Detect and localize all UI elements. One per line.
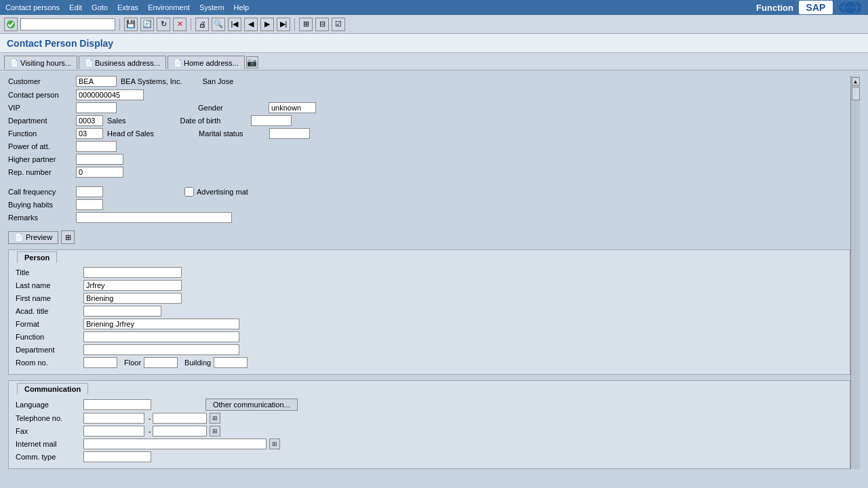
preview-button[interactable]: 📄 Preview xyxy=(8,231,58,244)
menu-environment[interactable]: Environment xyxy=(148,3,190,12)
customer-name: BEA Systems, Inc. xyxy=(121,77,182,85)
person-title-row: Title xyxy=(16,267,843,278)
person-acad-title-label: Acad. title xyxy=(16,307,83,315)
nav-last-btn[interactable]: ▶| xyxy=(277,18,290,31)
rep-number-input[interactable] xyxy=(76,167,123,178)
person-department-input[interactable] xyxy=(83,344,239,355)
refresh-btn[interactable]: 🔄 xyxy=(140,18,154,31)
customer-id-input[interactable] xyxy=(76,76,117,87)
preview-row: 📄 Preview ⊞ xyxy=(8,230,850,244)
nav-first-btn[interactable]: |◀ xyxy=(228,18,241,31)
select-btn[interactable]: ☑ xyxy=(332,18,345,31)
person-title-input[interactable] xyxy=(83,267,182,278)
telephone-dash: - xyxy=(149,414,151,422)
remarks-input[interactable] xyxy=(76,212,232,223)
person-floor-input[interactable] xyxy=(144,357,178,368)
toolbar-separator-1 xyxy=(119,18,120,30)
power-of-att-input[interactable] xyxy=(76,141,117,152)
sap-globe-icon xyxy=(838,0,863,15)
stop-btn[interactable]: ✕ xyxy=(173,18,186,31)
person-department-row: Department xyxy=(16,344,843,355)
person-function-row: Function xyxy=(16,331,843,342)
date-of-birth-input[interactable] xyxy=(251,115,292,126)
person-lastname-input[interactable] xyxy=(83,280,182,291)
other-communication-btn[interactable]: Other communication... xyxy=(205,399,298,411)
language-input[interactable] xyxy=(83,399,151,410)
vip-gender-row: VIP Gender xyxy=(8,102,850,113)
buying-habits-input[interactable] xyxy=(76,199,103,210)
reload-btn[interactable]: ↻ xyxy=(157,18,170,31)
scroll-up-btn[interactable]: ▲ xyxy=(852,77,860,85)
person-building-input[interactable] xyxy=(214,357,248,368)
command-input[interactable] xyxy=(20,18,115,30)
call-frequency-input[interactable] xyxy=(76,186,103,197)
higher-partner-input[interactable] xyxy=(76,154,123,165)
advertising-mat-checkbox[interactable] xyxy=(184,187,194,197)
nav-next-btn[interactable]: ▶ xyxy=(260,18,274,31)
back-green-btn[interactable] xyxy=(4,18,18,31)
print-btn[interactable]: 🖨 xyxy=(195,18,209,31)
fax-arrow-btn[interactable]: ⊞ xyxy=(210,426,220,436)
telephone-prefix-input[interactable] xyxy=(83,413,144,424)
power-of-att-label: Power of att. xyxy=(8,142,76,150)
person-lastname-label: Last name xyxy=(16,281,83,289)
tab-business-address[interactable]: 📄 Business address... xyxy=(79,56,166,69)
person-room-input[interactable] xyxy=(83,357,117,368)
person-panel-tab: Person xyxy=(17,251,57,263)
expand-btn[interactable]: ⊞ xyxy=(299,18,313,31)
remarks-row: Remarks xyxy=(8,212,850,223)
sap-logo-area: Function SAP xyxy=(756,0,863,15)
svg-point-3 xyxy=(7,20,15,28)
contact-person-input[interactable] xyxy=(76,89,144,100)
person-acad-title-row: Acad. title xyxy=(16,306,843,317)
person-extra-btn[interactable]: ⊞ xyxy=(61,230,75,244)
person-firstname-input[interactable] xyxy=(83,293,182,304)
menu-goto[interactable]: Goto xyxy=(92,3,108,12)
department-name: Sales xyxy=(107,117,126,125)
telephone-label: Telephone no. xyxy=(16,414,83,422)
person-lastname-row: Last name xyxy=(16,280,843,291)
fax-number-input[interactable] xyxy=(153,426,207,436)
find-btn[interactable]: 🔍 xyxy=(212,18,225,31)
function-id-input[interactable] xyxy=(76,128,103,139)
collapse-btn[interactable]: ⊟ xyxy=(315,18,329,31)
advertising-mat-area: Advertising mat xyxy=(184,187,264,197)
menu-help[interactable]: Help xyxy=(234,3,250,12)
menu-edit[interactable]: Edit xyxy=(69,3,82,12)
tab-home-address[interactable]: 📄 Home address... xyxy=(167,56,245,69)
preview-icon: 📄 xyxy=(14,233,24,242)
telephone-number-input[interactable] xyxy=(153,413,207,424)
person-panel: Person Title Last name First name xyxy=(8,249,850,375)
scroll-thumb[interactable] xyxy=(852,87,860,100)
marital-status-input[interactable] xyxy=(269,128,310,139)
menu-contact-persons[interactable]: Contact persons xyxy=(5,3,60,12)
rep-number-label: Rep. number xyxy=(8,168,76,176)
person-function-input[interactable] xyxy=(83,331,239,342)
tab-visiting-hours-label: Visiting hours... xyxy=(20,59,71,67)
comm-panel-tab-row: Communication xyxy=(9,381,850,394)
menu-bar: Contact persons Edit Goto Extras Environ… xyxy=(0,0,868,15)
internet-mail-input[interactable] xyxy=(83,439,267,449)
camera-btn[interactable]: 📷 xyxy=(246,56,258,68)
internet-mail-arrow-btn[interactable]: ⊞ xyxy=(269,439,280,449)
person-panel-tab-row: Person xyxy=(9,250,850,263)
tabs-row: 📄 Visiting hours... 📄 Business address..… xyxy=(0,53,868,70)
menu-extras[interactable]: Extras xyxy=(117,3,138,12)
menu-system[interactable]: System xyxy=(199,3,224,12)
fax-dash: - xyxy=(149,427,151,435)
person-acad-title-input[interactable] xyxy=(83,306,161,317)
language-label: Language xyxy=(16,401,83,409)
save-btn[interactable]: 💾 xyxy=(124,18,138,31)
person-format-input[interactable] xyxy=(83,319,239,329)
tab-visiting-hours[interactable]: 📄 Visiting hours... xyxy=(4,56,77,69)
nav-prev-btn[interactable]: ◀ xyxy=(244,18,258,31)
comm-type-input[interactable] xyxy=(83,451,151,462)
person-firstname-label: First name xyxy=(16,294,83,302)
function-name: Head of Sales xyxy=(107,129,154,138)
scrollbar-track[interactable]: ▲ xyxy=(850,76,860,469)
gender-input[interactable] xyxy=(269,102,316,113)
department-id-input[interactable] xyxy=(76,115,103,126)
telephone-arrow-btn[interactable]: ⊞ xyxy=(210,413,220,424)
fax-prefix-input[interactable] xyxy=(83,426,144,436)
vip-input[interactable] xyxy=(76,102,117,113)
